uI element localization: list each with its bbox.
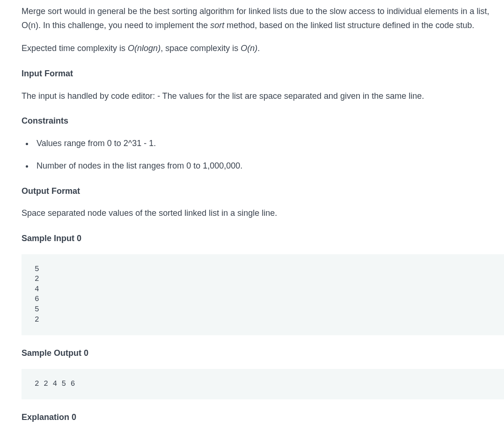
complexity-text-c: . [257,44,260,53]
constraint-item-2: Number of nodes in the list ranges from … [34,159,504,173]
constraints-list: Values range from 0 to 2^31 - 1. Number … [22,137,504,173]
intro-paragraph-1: Merge sort would in general be the best … [22,5,504,32]
output-format-text: Space separated node values of the sorte… [22,206,504,221]
heading-sample-output-0: Sample Output 0 [22,346,504,360]
intro-paragraph-2: Expected time complexity is O(nlogn), sp… [22,42,504,56]
constraint-item-1: Values range from 0 to 2^31 - 1. [34,137,504,151]
complexity-text-b: , space complexity is [161,44,241,53]
complexity-em-time: O(nlogn) [128,44,161,53]
heading-output-format: Output Format [22,184,504,199]
heading-explanation-0: Explanation 0 [22,411,504,425]
sample-output-0-code: 2 2 4 5 6 [22,369,504,400]
input-format-text: The input is handled by code editor: - T… [22,89,504,103]
intro-text-post: method, based on the linked list structu… [224,21,474,30]
complexity-text-a: Expected time complexity is [22,44,128,53]
sample-input-0-code: 5 2 4 6 5 2 [22,254,504,336]
heading-constraints: Constraints [22,114,504,128]
heading-input-format: Input Format [22,67,504,81]
complexity-em-space: O(n) [241,44,257,53]
heading-sample-input-0: Sample Input 0 [22,232,504,246]
intro-em-sort: sort [210,21,224,30]
